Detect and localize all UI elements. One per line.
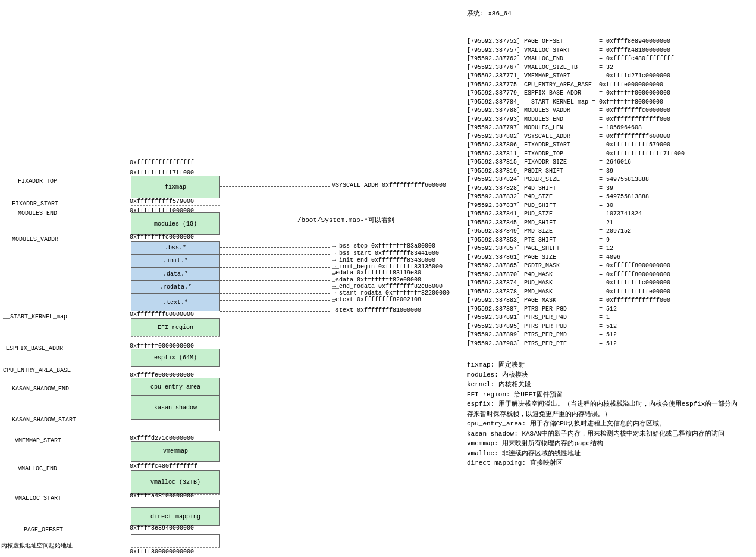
sysinfo-line: [795592.387841] PUD_SIZE = 1073741824 (467, 210, 752, 219)
init-end-arrow (220, 261, 330, 261)
addr-c0000000: 0xffffffffc0000000 (130, 234, 194, 240)
legend-item: vmalloc: 非连续内存区域的线性地址 (467, 449, 741, 459)
vmalloc-end-label: VMALLOC_END (18, 465, 57, 472)
efi-block: EFI region (131, 318, 220, 336)
sdata-label: _sdata 0xffffffff82e00000 (332, 277, 421, 283)
bottom-box (131, 534, 220, 547)
sysinfo-line: [795592.387824] PGDIR_SIZE = 54975581388… (467, 176, 752, 184)
sysinfo-line: [795592.387861] PAGE_SIZE = 4096 (467, 254, 752, 262)
bss-stop-arrow: __bss_stop 0xffffffff83a00000 (332, 243, 435, 249)
sysinfo-line: [795592.387784] __START_KERNEL_map = 0xf… (467, 98, 752, 107)
end-rodata-label: __end_rodata 0xffffffff82c86000 (332, 283, 443, 290)
addr-ffffa481: 0xffffa48100000000 (130, 493, 194, 499)
sysinfo-line: [795592.387802] VSYSCALL_ADDR = 0xffffff… (467, 133, 752, 142)
legend-item: modules: 内核模块 (467, 370, 741, 380)
addr-ff579000: 0xffffffffff579000 (130, 198, 194, 205)
sysinfo-line: [795592.387819] PGDIR_SHIFT = 39 (467, 167, 752, 176)
modules-block: modules (1G) (131, 212, 220, 235)
sysinfo-line: [795592.387806] FIXADDR_START = 0xffffff… (467, 141, 752, 150)
bottom-dashed (131, 547, 220, 548)
fixmap-block: fixmap (131, 176, 220, 198)
legend-item: fixmap: 固定映射 (467, 360, 741, 370)
espfix-dashed-bottom (131, 367, 220, 367)
data-block: .data.* (131, 267, 220, 280)
sysinfo-line: [795592.387870] P4D_MASK = 0xffffff80000… (467, 271, 752, 280)
legend-item: direct mapping: 直接映射区 (467, 458, 741, 468)
vmalloc-gap (131, 500, 220, 507)
vmemmap-start-label: VMEMMAP_START (15, 437, 61, 444)
espfix-block: espfix (64M) (131, 349, 220, 367)
text-block: .text.* (131, 293, 220, 311)
sysinfo-line: [795592.387887] PTRS_PER_PGD = 512 (467, 305, 752, 314)
vmalloc-block: vmalloc (32TB) (131, 470, 220, 494)
sysinfo-container: [795592.387752] PAGE_OFFSET = 0xffff8e89… (467, 20, 752, 348)
sysinfo-line: [795592.387815] FIXADDR_SIZE = 2646016 (467, 158, 752, 167)
sysinfo-line: [795592.387849] PMD_SIZE = 2097152 (467, 227, 752, 236)
addr-80000000: 0xffffffff80000000 (130, 311, 194, 318)
etext-label: _etext 0xffffffff82002108 (332, 296, 421, 303)
sysinfo-line: [795592.387832] P4D_SIZE = 549755813888 (467, 193, 752, 202)
sysinfo-line: [795592.387762] VMALLOC_END = 0xfffffc48… (467, 55, 752, 64)
sysinfo-line: [795592.387788] MODULES_VADDR = 0xffffff… (467, 107, 752, 115)
espfix-base-label: ESPFIX_BASE_ADDR (6, 345, 63, 352)
vmalloc-start-label: VMALLOC_START (15, 495, 61, 502)
fixmap-bottom-border (131, 205, 220, 206)
sysinfo-line: [795592.387891] PTRS_PER_P4D = 1 (467, 314, 752, 323)
legend-item: vmemmap: 用来映射所有物理内存的page结构 (467, 439, 741, 449)
fixaddr-start-label: FIXADDR_START (12, 201, 58, 207)
vmemmap-dashed-bottom (131, 462, 220, 462)
sysinfo-line: [795592.387865] PGDIR_MASK = 0xffffff800… (467, 262, 752, 271)
sysinfo-line: [795592.387775] CPU_ENTRY_AREA_BASE= 0xf… (467, 81, 752, 90)
addr-fffffc48: 0xfffffc480ffffffff (130, 463, 197, 470)
bss-start-arrow: __bss_start 0xffffffff83441000 (332, 250, 439, 256)
cpu-entry-block: cpu_entry_area (131, 378, 220, 396)
legend-item: espfix: 用于解决栈空间溢出。（当进程的内核栈栈溢出时，内核会使用espf… (467, 399, 741, 419)
etext-arrow (220, 300, 330, 301)
sysinfo-line: [795592.387752] PAGE_OFFSET = 0xffff8e89… (467, 37, 752, 46)
sysinfo-line: [795592.387797] MODULES_LEN = 1056964608 (467, 124, 752, 133)
end-rodata-arrow (220, 287, 330, 287)
vsyscall-dashed-arrow (220, 186, 330, 187)
sysinfo-line: [795592.387828] P4D_SHIFT = 39 (467, 184, 752, 193)
start-rodata-label: __start_rodata 0xffffffff82200000 (332, 290, 450, 296)
sysinfo-line: [795592.387878] PMD_MASK = 0xffffffffffe… (467, 288, 752, 297)
modules-end-label: MODULES_END (18, 210, 57, 217)
sysinfo-line: [795592.387793] MODULES_END = 0xffffffff… (467, 115, 752, 124)
cpu-entry-base-label: CPU_ENTRY_AREA_BASE (3, 367, 71, 374)
kasan-shadow-end-label: KASAN_SHADOW_END (12, 386, 69, 392)
kernel-virt-start-label: 内核虚拟地址空间起始地址 (1, 542, 73, 550)
sysinfo-line: [795592.387857] PAGE_SHIFT = 12 (467, 245, 752, 254)
edata-label: _edata 0xffffffff83119e80 (332, 270, 421, 276)
legend-item: EFI region: 给UEFI固件预留 (467, 390, 741, 400)
sysinfo-line: [795592.387811] FIXADDR_TOP = 0xffffffff… (467, 150, 752, 159)
legend-section: fixmap: 固定映射modules: 内核模块kernel: 内核相关段EF… (467, 360, 752, 468)
bss-dashed-arrow (220, 247, 330, 248)
sysinfo-line: [795592.387895] PTRS_PER_PUD = 512 (467, 323, 752, 331)
sysinfo-line: [795592.387853] PTE_SHIFT = 9 (467, 236, 752, 245)
start-rodata-arrow (220, 293, 330, 294)
sysinfo-line: [795592.387779] ESPFIX_BASE_ADDR = 0xfff… (467, 89, 752, 98)
right-panel: 系统: x86_64 [795592.387752] PAGE_OFFSET =… (467, 9, 752, 468)
init-block: .init.* (131, 254, 220, 267)
legend-item: cpu_entry_area: 用于存储CPU切换时进程上文信息的内存区域。 (467, 419, 741, 429)
bss-block: .bss.* (131, 241, 220, 254)
fixaddr-top-label: FIXADDR_TOP (18, 178, 57, 184)
sysinfo-line: [795592.387845] PMD_SHIFT = 21 (467, 219, 752, 228)
sdata-arrow (220, 280, 330, 281)
stext-arrow (220, 311, 330, 312)
sysinfo-line: [795592.387882] PAGE_MASK = 0xffffffffff… (467, 296, 752, 305)
start-kernel-map-label: __START_KERNEL_map (3, 314, 67, 320)
sysinfo-line: [795592.387771] VMEMMAP_START = 0xffffd2… (467, 72, 752, 81)
kasan-shadow-start-label: KASAN_SHADOW_START (12, 417, 76, 423)
init-end-label: __init_end 0xffffffff83436000 (332, 257, 435, 264)
vsyscall-label: VSYSCALL_ADDR 0xffffffffff600000 (332, 182, 446, 189)
sysinfo-line: [795592.387874] PUD_MASK = 0xffffffffc00… (467, 279, 752, 288)
kasan-gap (131, 420, 220, 431)
addr-ffff8e89: 0xffff8e8940000000 (130, 525, 194, 531)
addr-ffff8000: 0xffff800000000000 (130, 549, 194, 555)
boot-sysmap-note: /boot/System.map-*可以看到 (297, 215, 394, 224)
init-begin-arrow (220, 267, 330, 268)
direct-mapping-block: direct mapping (131, 507, 220, 526)
sysinfo-line: [795592.387767] VMALLOC_SIZE_TB = 32 (467, 64, 752, 73)
sysinfo-line: [795592.387903] PTRS_PER_PTE = 512 (467, 340, 752, 349)
